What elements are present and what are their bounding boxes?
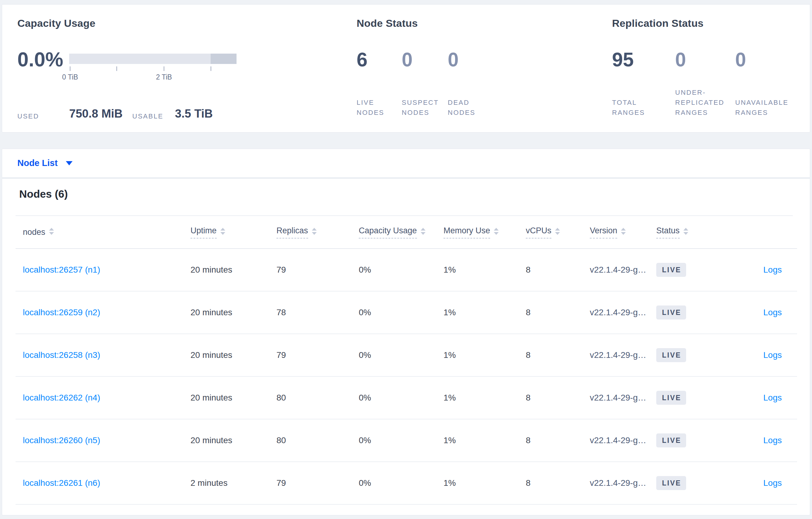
cluster-summary-panel: Capacity Usage 0.0% 0 TiB 2 TiB USED 750… xyxy=(2,4,810,132)
status-badge: LIVE xyxy=(656,391,686,405)
logs-cell: Logs xyxy=(710,419,797,462)
vcpus-cell: 8 xyxy=(519,291,582,334)
axis-tick-label: 2 TiB xyxy=(156,73,172,81)
total-ranges-count: 95 xyxy=(612,50,675,70)
uptime-cell: 20 minutes xyxy=(183,419,269,462)
column-header-capacity-usage[interactable]: Capacity Usage xyxy=(351,216,436,248)
live-nodes-count: 6 xyxy=(357,50,402,70)
uptime-cell: 20 minutes xyxy=(183,376,269,419)
status-badge: LIVE xyxy=(656,263,686,277)
uptime-cell: 2 minutes xyxy=(183,462,269,505)
suspect-nodes-stat: 0 SUSPECT NODES xyxy=(402,50,448,118)
vcpus-cell: 8 xyxy=(519,334,582,376)
under-replicated-ranges-label: UNDER-REPLICATED RANGES xyxy=(675,87,729,118)
under-replicated-ranges-count: 0 xyxy=(675,50,735,70)
nodes-section-title: Nodes (6) xyxy=(19,187,793,201)
node-list-dropdown[interactable]: Node List xyxy=(18,158,72,168)
column-header-replicas[interactable]: Replicas xyxy=(269,216,351,248)
node-table-row: localhost:26262 (n4) 20 minutes 80 0% 1%… xyxy=(16,376,797,419)
sort-icon xyxy=(312,228,317,235)
unavailable-ranges-count: 0 xyxy=(735,50,799,70)
usable-label: USABLE xyxy=(132,112,163,120)
replicas-cell: 80 xyxy=(269,419,351,462)
under-replicated-ranges-stat: 0 UNDER-REPLICATED RANGES xyxy=(675,50,735,118)
dead-nodes-stat: 0 DEAD NODES xyxy=(448,50,499,118)
live-nodes-label: LIVE NODES xyxy=(357,97,393,118)
node-table-row: localhost:26260 (n5) 20 minutes 80 0% 1%… xyxy=(16,419,797,462)
unavailable-ranges-label: UNAVAILABLE RANGES xyxy=(735,97,789,118)
memory-use-cell: 1% xyxy=(436,248,519,291)
logs-cell: Logs xyxy=(710,248,797,291)
unavailable-ranges-stat: 0 UNAVAILABLE RANGES xyxy=(735,50,799,118)
total-ranges-stat: 95 TOTAL RANGES xyxy=(612,50,675,118)
logs-link[interactable]: Logs xyxy=(763,435,782,445)
column-header-version[interactable]: Version xyxy=(582,216,649,248)
vcpus-cell: 8 xyxy=(519,248,582,291)
replicas-cell: 78 xyxy=(269,291,351,334)
version-cell: v22.1.4-29-g… xyxy=(582,291,649,334)
status-badge: LIVE xyxy=(656,433,686,448)
vcpus-cell: 8 xyxy=(519,376,582,419)
node-table-row: localhost:26258 (n3) 20 minutes 79 0% 1%… xyxy=(16,334,797,376)
version-cell: v22.1.4-29-g… xyxy=(582,248,649,291)
logs-cell: Logs xyxy=(710,334,797,376)
node-link[interactable]: localhost:26260 (n5) xyxy=(23,435,100,445)
capacity-usage-footer: USED 750.8 MiB USABLE 3.5 TiB xyxy=(18,105,249,122)
column-header-vcpus[interactable]: vCPUs xyxy=(519,216,582,248)
version-cell: v22.1.4-29-g… xyxy=(582,419,649,462)
node-list-dropdown-label: Node List xyxy=(18,158,58,168)
vcpus-cell: 8 xyxy=(519,462,582,505)
logs-link[interactable]: Logs xyxy=(763,478,782,488)
status-badge: LIVE xyxy=(656,305,686,319)
sort-icon xyxy=(221,228,225,235)
node-link[interactable]: localhost:26261 (n6) xyxy=(23,478,100,488)
view-selector-bar: Node List xyxy=(2,149,810,178)
status-cell: LIVE xyxy=(649,334,710,376)
status-cell: LIVE xyxy=(649,291,710,334)
memory-use-cell: 1% xyxy=(436,376,519,419)
sort-icon xyxy=(420,228,426,235)
column-header-memory-use[interactable]: Memory Use xyxy=(436,216,519,248)
node-link[interactable]: localhost:26262 (n4) xyxy=(23,393,100,402)
capacity-used-percent: 0.0% xyxy=(18,50,63,69)
node-link[interactable]: localhost:26257 (n1) xyxy=(23,265,100,274)
axis-tick xyxy=(116,66,117,71)
column-header-uptime[interactable]: Uptime xyxy=(183,216,269,248)
status-cell: LIVE xyxy=(649,376,710,419)
dead-nodes-label: DEAD NODES xyxy=(448,97,484,118)
suspect-nodes-label: SUSPECT NODES xyxy=(402,97,438,118)
capacity-usage-cell: 0% xyxy=(351,291,436,334)
memory-use-cell: 1% xyxy=(436,334,519,376)
status-badge: LIVE xyxy=(656,348,686,362)
capacity-usage-cell: 0% xyxy=(351,419,436,462)
replication-status-section: Replication Status 95 TOTAL RANGES 0 UND… xyxy=(612,5,810,132)
capacity-usage-cell: 0% xyxy=(351,248,436,291)
replicas-cell: 80 xyxy=(269,376,351,419)
column-header-logs xyxy=(710,216,797,248)
column-header-status[interactable]: Status xyxy=(649,216,710,248)
sort-icon xyxy=(555,228,560,235)
axis-tick xyxy=(70,66,70,71)
replicas-cell: 79 xyxy=(269,462,351,505)
vcpus-cell: 8 xyxy=(519,419,582,462)
logs-link[interactable]: Logs xyxy=(763,265,782,274)
status-badge: LIVE xyxy=(656,476,686,490)
version-cell: v22.1.4-29-g… xyxy=(582,462,649,505)
logs-link[interactable]: Logs xyxy=(763,350,782,360)
sort-icon xyxy=(49,228,54,235)
uptime-cell: 20 minutes xyxy=(183,248,269,291)
node-link[interactable]: localhost:26258 (n3) xyxy=(23,350,100,360)
suspect-nodes-count: 0 xyxy=(402,50,448,70)
logs-link[interactable]: Logs xyxy=(763,308,782,317)
memory-use-cell: 1% xyxy=(436,291,519,334)
axis-tick xyxy=(164,66,164,71)
sort-icon xyxy=(494,228,499,235)
nodes-table: nodes Uptime Replicas Capacity Usage Mem… xyxy=(16,216,797,505)
replicas-cell: 79 xyxy=(269,334,351,376)
version-cell: v22.1.4-29-g… xyxy=(582,334,649,376)
capacity-bar-reserved-segment xyxy=(211,54,236,64)
column-header-nodes[interactable]: nodes xyxy=(16,216,183,248)
node-link[interactable]: localhost:26259 (n2) xyxy=(23,308,100,317)
logs-link[interactable]: Logs xyxy=(763,393,782,402)
version-cell: v22.1.4-29-g… xyxy=(582,376,649,419)
